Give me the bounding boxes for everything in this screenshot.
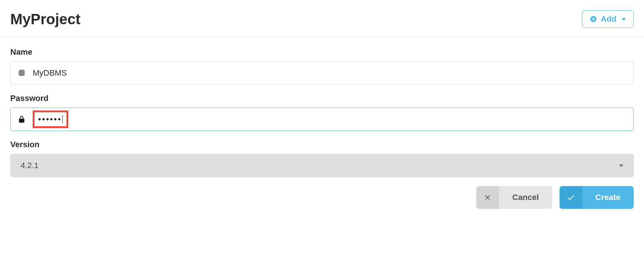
- svg-rect-2: [591, 19, 595, 19]
- chevron-down-icon: [619, 164, 623, 167]
- form-content: Name Password: [0, 37, 644, 219]
- name-label: Name: [10, 47, 634, 57]
- password-field-group: Password ••••••: [10, 94, 634, 131]
- name-field-group: Name: [10, 47, 634, 85]
- password-label: Password: [10, 94, 634, 103]
- create-button-label: Create: [582, 193, 634, 202]
- database-icon: [17, 69, 26, 77]
- version-value: 4.2.1: [21, 161, 39, 170]
- add-button[interactable]: Add: [582, 10, 634, 28]
- version-select[interactable]: 4.2.1: [10, 154, 634, 177]
- version-label: Version: [10, 140, 634, 149]
- footer-actions: Cancel Create: [10, 186, 634, 209]
- name-input-wrapper[interactable]: [10, 61, 634, 85]
- name-input[interactable]: [33, 68, 627, 78]
- add-button-label: Add: [601, 14, 616, 24]
- cancel-button[interactable]: Cancel: [476, 186, 552, 209]
- password-highlight: ••••••: [33, 110, 68, 128]
- close-icon: [476, 186, 499, 209]
- plus-circle-icon: [590, 15, 597, 23]
- version-field-group: Version 4.2.1: [10, 140, 634, 177]
- chevron-down-icon: [622, 18, 626, 21]
- lock-icon: [17, 115, 26, 124]
- password-input[interactable]: ••••••: [38, 115, 63, 123]
- create-button[interactable]: Create: [560, 186, 634, 209]
- svg-point-4: [19, 70, 25, 72]
- cancel-button-label: Cancel: [499, 193, 552, 202]
- page-header: MyProject Add: [0, 0, 644, 37]
- check-icon: [560, 186, 582, 209]
- page-title: MyProject: [10, 11, 80, 28]
- password-input-wrapper[interactable]: ••••••: [10, 108, 634, 131]
